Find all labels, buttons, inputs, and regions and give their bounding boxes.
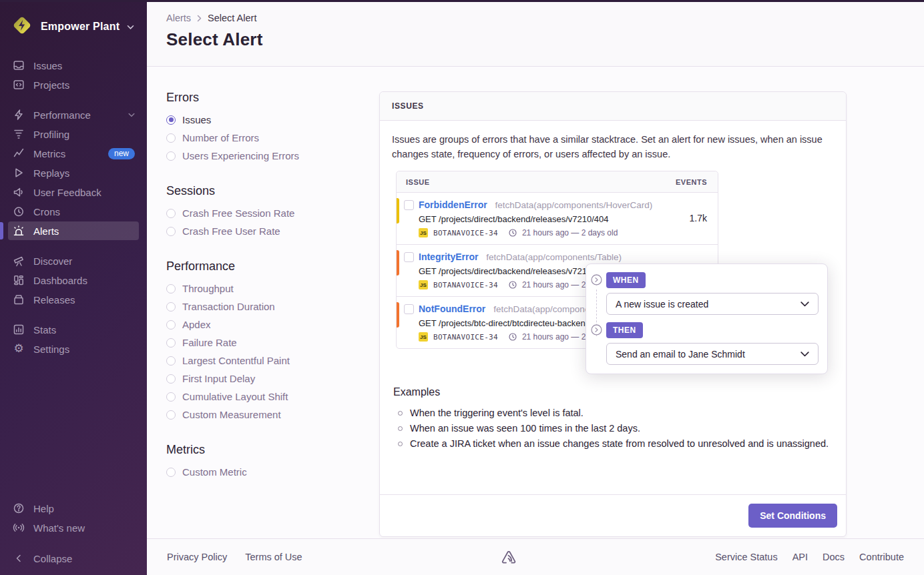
option-largest-contentful-paint[interactable]: Largest Contentful Paint [166,352,367,370]
option-label: First Input Delay [182,373,255,384]
sidebar-nav: Issues Projects Performance [0,56,147,358]
option-label: Failure Rate [182,337,237,348]
org-switcher[interactable]: Empower Plant [0,0,147,45]
radio-icon [166,410,176,420]
then-action-select[interactable]: Send an email to Jane Schmidt [606,343,819,365]
sidebar-item-releases[interactable]: Releases [8,290,139,309]
then-row: THEN Send an email to Jane Schmidt [586,322,827,365]
when-condition-value: A new issue is created [616,299,708,310]
sidebar-collapse-button[interactable]: Collapse [8,549,139,568]
sidebar-item-label: Performance [33,109,91,121]
option-number-of-errors[interactable]: Number of Errors [166,129,367,147]
sidebar-item-label: User Feedback [33,187,101,198]
sidebar-item-label: Help [33,503,54,514]
column-events: EVENTS [676,178,707,186]
row-checkbox[interactable] [404,252,414,262]
option-label: Users Experiencing Errors [182,150,299,161]
option-custom-measurement[interactable]: Custom Measurement [166,406,367,424]
sidebar-item-help[interactable]: Help [8,499,139,518]
row-checkbox[interactable] [404,200,414,210]
when-condition-select[interactable]: A new issue is created [606,293,819,315]
panel-footer: Set Conditions [380,494,846,536]
then-action-value: Send an email to Jane Schmidt [616,349,745,360]
sidebar-item-issues[interactable]: Issues [8,56,139,75]
sidebar-item-whats-new[interactable]: What's new [8,518,139,537]
option-apdex[interactable]: Apdex [166,316,367,334]
new-badge: new [108,148,135,159]
group-heading: Sessions [166,184,367,198]
terms-of-use-link[interactable]: Terms of Use [245,552,302,562]
table-row[interactable]: ForbiddenError fetchData(app/components/… [397,193,718,245]
option-label: Issues [182,114,211,125]
service-status-link[interactable]: Service Status [715,552,778,562]
chevron-left-icon [12,552,25,564]
sidebar-item-crons[interactable]: Crons [8,202,139,221]
sidebar-item-profiling[interactable]: Profiling [8,125,139,143]
archive-icon [12,294,25,306]
example-item: Create a JIRA ticket when an issue chang… [393,436,834,452]
option-failure-rate[interactable]: Failure Rate [166,334,367,352]
app-window: Empower Plant Issues Projects [0,0,924,575]
option-label: Crash Free Session Rate [182,207,294,219]
radio-icon [166,392,176,402]
option-label: Custom Metric [182,466,247,478]
sidebar-item-projects[interactable]: Projects [8,75,139,94]
sidebar-item-settings[interactable]: ⚙ Settings [8,340,139,358]
sidebar-item-discover[interactable]: Discover [8,251,139,270]
sentry-logo-icon[interactable] [302,548,716,566]
clock-icon [509,229,517,237]
sidebar-item-alerts[interactable]: Alerts [8,221,139,240]
option-throughput[interactable]: Throughput [166,279,367,298]
radio-icon [166,356,176,366]
option-crash-free-session-rate[interactable]: Crash Free Session Rate [166,204,367,222]
sidebar: Empower Plant Issues Projects [0,0,147,575]
radio-icon [166,374,176,384]
profiling-icon [12,128,25,140]
sidebar-item-label: Stats [33,324,56,336]
option-issues[interactable]: Issues [166,111,367,129]
issue-short-id: BOTANAVOICE-34 [433,333,498,342]
sentry-org-logo [11,14,33,39]
sidebar-item-metrics[interactable]: Metrics new [8,144,139,163]
clock-icon [12,205,25,217]
option-users-experiencing-errors[interactable]: Users Experiencing Errors [166,147,367,165]
radio-icon [166,151,176,161]
rule-builder-card: WHEN A new issue is created THEN Send an… [586,263,828,374]
option-first-input-delay[interactable]: First Input Delay [166,370,367,388]
contribute-link[interactable]: Contribute [859,552,904,562]
radio-icon [166,133,176,143]
issue-link[interactable]: IntegrityError [419,251,478,262]
sidebar-item-dashboards[interactable]: Dashboards [8,271,139,290]
example-item: When an issue was seen 100 times in the … [393,421,834,436]
issue-link[interactable]: ForbiddenError [419,199,487,210]
column-issue: ISSUE [406,178,430,186]
option-cumulative-layout-shift[interactable]: Cumulative Layout Shift [166,388,367,406]
option-custom-metric[interactable]: Custom Metric [166,463,367,481]
sidebar-item-performance[interactable]: Performance [8,105,139,124]
option-group-errors: Errors Issues Number of Errors Users Exp… [166,91,367,165]
sidebar-item-stats[interactable]: Stats [8,320,139,339]
option-crash-free-user-rate[interactable]: Crash Free User Rate [166,222,367,240]
option-label: Custom Measurement [182,409,281,420]
issue-culprit: fetchData(app/components/HoverCard) [495,200,653,210]
sidebar-item-label: Discover [33,255,72,267]
breadcrumb-alerts[interactable]: Alerts [166,13,191,23]
sidebar-item-replays[interactable]: Replays [8,163,139,182]
set-conditions-button[interactable]: Set Conditions [748,504,837,528]
sidebar-item-label: Metrics [33,148,65,159]
option-group-metrics: Metrics Custom Metric [166,443,367,481]
row-checkbox[interactable] [404,304,414,314]
sidebar-item-user-feedback[interactable]: User Feedback [8,183,139,201]
privacy-policy-link[interactable]: Privacy Policy [167,552,227,562]
api-link[interactable]: API [792,552,808,562]
docs-link[interactable]: Docs [823,552,845,562]
sidebar-bottom: Help What's new Collapse [0,498,147,568]
issue-link[interactable]: NotFoundError [419,304,485,314]
group-heading: Metrics [166,443,367,457]
issue-summary: ForbiddenError fetchData(app/components/… [419,198,671,239]
examples-section: Examples When the triggering event's lev… [393,386,834,452]
when-row: WHEN A new issue is created [586,272,827,315]
option-label: Transaction Duration [182,301,275,312]
option-transaction-duration[interactable]: Transaction Duration [166,298,367,316]
breadcrumb-current: Select Alert [208,13,256,23]
